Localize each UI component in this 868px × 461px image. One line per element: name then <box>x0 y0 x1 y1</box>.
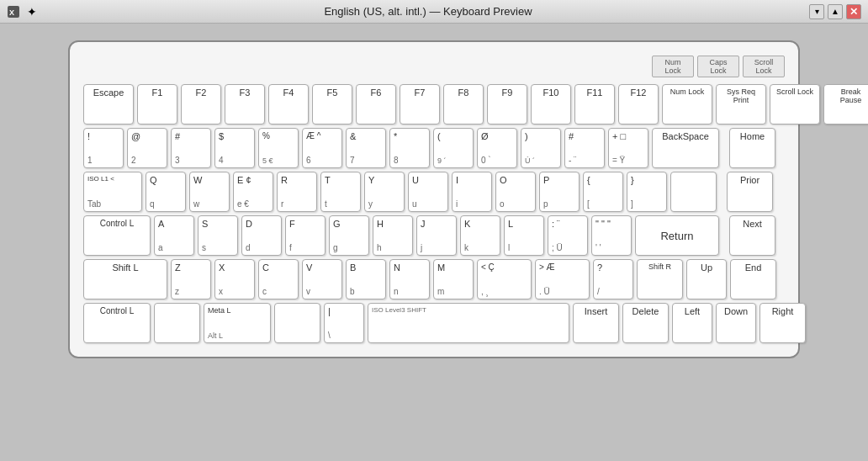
key-f2[interactable]: F2 <box>181 84 221 125</box>
key-f7[interactable]: F7 <box>400 84 440 125</box>
key-f[interactable]: F f <box>285 215 326 256</box>
key-f5[interactable]: F5 <box>312 84 352 125</box>
key-f1[interactable]: F1 <box>137 84 177 125</box>
indicator-row: NumLock CapsLock ScrollLock <box>83 56 785 77</box>
key-period[interactable]: > Æ . Ü <box>535 259 590 299</box>
key-insert[interactable]: Insert <box>573 303 619 343</box>
key-numlock[interactable]: Num Lock <box>662 84 712 125</box>
key-x[interactable]: X x <box>214 259 255 299</box>
key-prior[interactable]: Prior <box>727 172 773 212</box>
key-w[interactable]: W w <box>189 172 230 212</box>
asdf-row: Control L A a S s D d F f G <box>83 215 785 256</box>
key-f10[interactable]: F10 <box>531 84 571 125</box>
key-control-l2[interactable]: Control L <box>83 303 151 343</box>
key-scrolllock[interactable]: Scroll Lock <box>770 84 820 125</box>
key-3[interactable]: # 3 <box>171 128 211 168</box>
key-quote[interactable]: " " " ' ' <box>591 215 632 256</box>
key-5[interactable]: % 5 € <box>258 128 299 168</box>
key-q[interactable]: Q q <box>146 172 186 212</box>
key-a[interactable]: A a <box>154 215 194 256</box>
key-2[interactable]: @ 2 <box>127 128 167 168</box>
key-shift-r[interactable]: Shift R <box>637 259 683 299</box>
key-6[interactable]: Æ ^ 6 <box>302 128 342 168</box>
key-end[interactable]: End <box>730 259 776 299</box>
key-z[interactable]: Z z <box>171 259 211 299</box>
key-j[interactable]: J j <box>416 215 457 256</box>
key-p[interactable]: P p <box>539 172 580 212</box>
key-down[interactable]: Down <box>716 303 756 343</box>
key-meta-alt[interactable]: Meta L Alt L <box>204 303 271 343</box>
key-9[interactable]: ( 9 ´ <box>433 128 474 168</box>
key-left[interactable]: Left <box>672 303 712 343</box>
key-next[interactable]: Next <box>729 215 775 256</box>
key-o[interactable]: O o <box>495 172 536 212</box>
key-f9[interactable]: F9 <box>487 84 527 125</box>
key-f4[interactable]: F4 <box>268 84 309 125</box>
key-f6[interactable]: F6 <box>356 84 396 125</box>
key-plus[interactable]: + □ = Ÿ <box>608 128 648 168</box>
key-slash[interactable]: ? / <box>593 259 633 299</box>
key-space[interactable]: ISO Level3 SHIFT <box>368 303 569 343</box>
key-f12[interactable]: F12 <box>618 84 659 125</box>
key-s[interactable]: S s <box>198 215 238 256</box>
zxcv-row: Shift L Z z X x C c V v B <box>83 259 785 299</box>
function-row: Escape F1 F2 F3 F4 F5 F6 F7 F8 F9 F10 F1… <box>83 84 785 125</box>
key-c[interactable]: C c <box>258 259 299 299</box>
key-h[interactable]: H h <box>373 215 413 256</box>
key-8[interactable]: * 8 <box>389 128 430 168</box>
close-btn[interactable]: ✕ <box>846 4 861 19</box>
up-btn[interactable]: ▲ <box>828 4 843 19</box>
keyboard-rows: Escape F1 F2 F3 F4 F5 F6 F7 F8 F9 F10 F1… <box>83 84 785 343</box>
key-backslash[interactable] <box>670 172 717 212</box>
key-backtick[interactable]: ! 1 <box>83 128 124 168</box>
title-bar: X ✦ English (US, alt. intl.) — Keyboard … <box>0 0 868 24</box>
key-escape[interactable]: Escape <box>83 84 134 125</box>
secondary-icon: ✦ <box>27 5 40 19</box>
key-m[interactable]: M m <box>433 259 474 299</box>
key-f11[interactable]: F11 <box>574 84 615 125</box>
key-semicolon[interactable]: : ¨ ; Ü <box>548 215 588 256</box>
space-row: Control L Meta L Alt L | \ ISO Level3 SH… <box>83 303 785 343</box>
key-7[interactable]: & 7 <box>346 128 386 168</box>
key-b[interactable]: B b <box>346 259 386 299</box>
key-shift-l[interactable]: Shift L <box>83 259 167 299</box>
key-v[interactable]: V v <box>302 259 342 299</box>
key-e[interactable]: E ¢ e € <box>233 172 273 212</box>
key-k[interactable]: K k <box>460 215 500 256</box>
key-4[interactable]: $ 4 <box>214 128 255 168</box>
keyboard-container: NumLock CapsLock ScrollLock Escape F1 F2… <box>68 40 800 358</box>
key-f3[interactable]: F3 <box>225 84 265 125</box>
app-icon: X <box>7 5 20 19</box>
key-r[interactable]: R r <box>277 172 317 212</box>
key-backslash2[interactable]: | \ <box>324 303 364 343</box>
caps-lock-indicator: CapsLock <box>697 56 739 77</box>
key-tab[interactable]: ISO L1 < Tab <box>83 172 142 212</box>
key-backspace[interactable]: BackSpace <box>652 128 719 168</box>
key-blank1[interactable] <box>154 303 200 343</box>
key-l[interactable]: L l <box>504 215 544 256</box>
key-g[interactable]: G g <box>329 215 369 256</box>
key-blank2[interactable] <box>274 303 320 343</box>
key-equals[interactable]: # - ¨ <box>564 128 605 168</box>
key-i[interactable]: I i <box>452 172 492 212</box>
key-break[interactable]: BreakPause <box>823 84 868 125</box>
key-rbracket[interactable]: } ] <box>627 172 667 212</box>
key-lbracket[interactable]: { [ <box>583 172 623 212</box>
key-d[interactable]: D d <box>241 215 282 256</box>
key-comma[interactable]: < Ç , ¸ <box>477 259 532 299</box>
key-minus[interactable]: ) Ú ´ <box>521 128 561 168</box>
dropdown-btn[interactable]: ▾ <box>809 4 824 19</box>
key-right[interactable]: Right <box>760 303 806 343</box>
key-n[interactable]: N n <box>389 259 430 299</box>
key-y[interactable]: Y y <box>364 172 405 212</box>
key-home[interactable]: Home <box>729 128 775 168</box>
key-delete[interactable]: Delete <box>622 303 669 343</box>
key-t[interactable]: T t <box>320 172 361 212</box>
key-u[interactable]: U u <box>408 172 448 212</box>
key-up[interactable]: Up <box>686 259 727 299</box>
key-control-l[interactable]: Control L <box>83 215 151 256</box>
key-0[interactable]: Ø 0 ` <box>477 128 517 168</box>
key-sysrq[interactable]: Sys ReqPrint <box>716 84 766 125</box>
key-f8[interactable]: F8 <box>443 84 484 125</box>
key-return[interactable]: Return <box>635 215 719 256</box>
